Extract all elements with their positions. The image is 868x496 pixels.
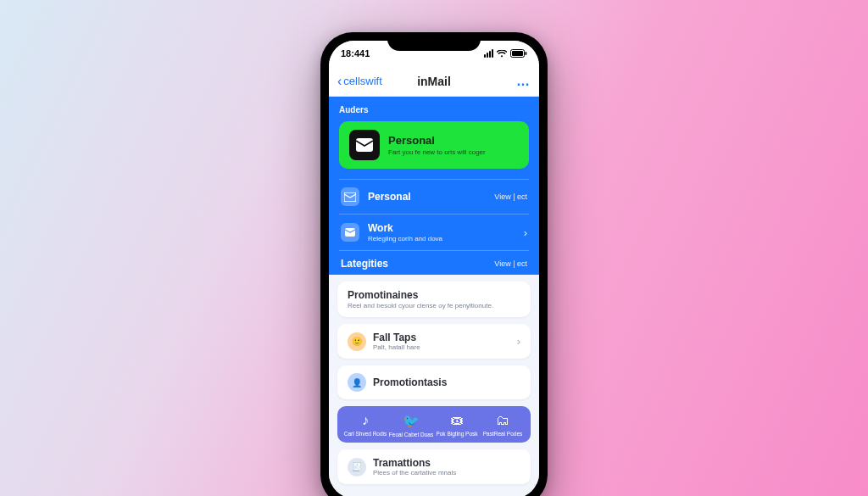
folder-personal[interactable]: Personal View | ect — [339, 179, 529, 214]
chevron-right-icon: › — [524, 226, 527, 239]
categories-title: Lategities — [341, 258, 388, 270]
list-item-transactions[interactable]: 🧾 Tramattions Plees of the cartative mna… — [337, 449, 531, 484]
more-button[interactable]: … — [516, 74, 531, 89]
item-subtitle: Reel and besold cyour clense oy fe penyl… — [348, 302, 520, 309]
quick-item-2[interactable]: 🐦 Feoal Cabet Doas — [388, 413, 434, 437]
chevron-left-icon: ‹ — [337, 74, 342, 89]
folder-label: Personal — [368, 191, 411, 203]
list-item-promotions-2[interactable]: 👤 Promotiontasis — [337, 365, 531, 399]
folder-subtitle: Relegiing corih and dova — [368, 235, 442, 242]
list-item-fall-taps[interactable]: 🙂 Fall Taps Palt, hatall hare › — [337, 324, 531, 359]
folder-label: Work — [368, 222, 442, 234]
quick-item-1[interactable]: ♪ Carl Shved Rodis — [342, 413, 388, 437]
envelope-icon — [341, 187, 359, 206]
status-time: 18:441 — [341, 48, 370, 59]
item-title: Promotinaines — [348, 289, 520, 301]
wifi-icon — [497, 50, 507, 58]
avatar-icon: 👤 — [348, 373, 366, 392]
mail-icon — [341, 223, 359, 242]
hero-card-personal[interactable]: Personal Fart you fe new to uris will co… — [339, 121, 529, 169]
battery-icon — [510, 49, 527, 58]
item-title: Fall Taps — [373, 332, 420, 343]
content: Auders Personal Fart you fe new to uris … — [329, 97, 539, 496]
bird-icon: 🐦 — [403, 413, 420, 429]
page-title: inMail — [417, 75, 451, 88]
screen: 18:441 ‹ cellswift inMail … Auders — [329, 41, 539, 496]
list-area: Promotinaines Reel and besold cyour clen… — [329, 281, 539, 484]
item-title: Promotiontasis — [373, 376, 447, 388]
notch — [387, 32, 481, 51]
quick-label: PastReal Podes — [483, 431, 523, 437]
signal-icon — [484, 49, 493, 58]
folders-panel: Auders Personal Fart you fe new to uris … — [329, 97, 539, 275]
svg-rect-2 — [526, 52, 527, 55]
quick-label: Feoal Cabet Doas — [389, 432, 433, 437]
avatar-icon: 🙂 — [348, 332, 366, 351]
back-label: cellswift — [343, 75, 382, 87]
hero-text: Personal Fart you fe new to uris will co… — [388, 134, 486, 156]
folders-header: Auders — [339, 105, 529, 114]
folder-work[interactable]: Work Relegiing corih and dova › — [339, 214, 529, 250]
view-action[interactable]: View | ect — [494, 192, 527, 201]
quick-label: Pok Bigting Posk — [436, 431, 477, 437]
music-icon: ♪ — [362, 413, 369, 428]
categories-header: Lategities View | ect — [339, 250, 529, 275]
quick-action-bar: ♪ Carl Shved Rodis 🐦 Feoal Cabet Doas 🎟 … — [337, 406, 531, 443]
hero-title: Personal — [388, 134, 486, 147]
hero-subtitle: Fart you fe new to uris will coger — [388, 148, 486, 156]
svg-rect-1 — [512, 51, 523, 56]
view-action[interactable]: View | ect — [494, 259, 527, 268]
back-button[interactable]: ‹ cellswift — [337, 74, 382, 89]
quick-item-3[interactable]: 🎟 Pok Bigting Posk — [434, 413, 480, 437]
ticket-icon: 🎟 — [450, 413, 464, 428]
item-subtitle: Palt, hatall hare — [373, 343, 420, 351]
receipt-icon: 🧾 — [348, 458, 366, 476]
phone-frame: 18:441 ‹ cellswift inMail … Auders — [320, 32, 548, 496]
quick-label: Carl Shved Rodis — [344, 431, 387, 437]
nav-bar: ‹ cellswift inMail … — [329, 66, 539, 97]
list-item-promotions[interactable]: Promotinaines Reel and besold cyour clen… — [337, 281, 531, 317]
status-indicators — [484, 49, 527, 58]
item-subtitle: Plees of the cartative mnals — [373, 469, 456, 476]
card-icon: 🗂 — [496, 413, 509, 428]
quick-item-4[interactable]: 🗂 PastReal Podes — [480, 413, 526, 437]
svg-rect-3 — [356, 138, 373, 152]
chevron-right-icon: › — [517, 335, 520, 348]
mail-icon — [349, 130, 380, 160]
item-title: Tramattions — [373, 457, 456, 469]
